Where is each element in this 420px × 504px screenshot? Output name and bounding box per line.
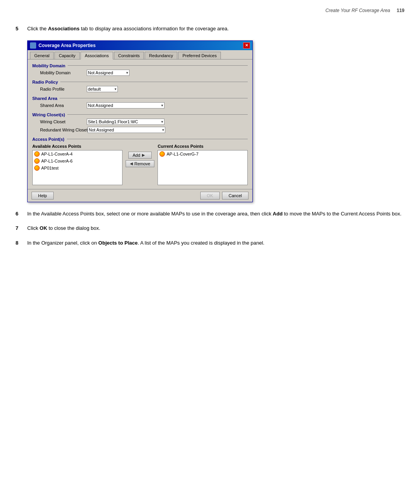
dialog-close-button[interactable]: ✕ <box>243 42 250 49</box>
ok-button[interactable]: OK <box>200 192 220 200</box>
ap-icon <box>34 158 40 164</box>
wiring-closets-title: Wiring Closet(s) <box>32 112 248 117</box>
step-5-number: 5 <box>16 25 27 33</box>
add-arrow-icon: ▶ <box>142 153 145 157</box>
step-8-number: 8 <box>16 239 27 247</box>
step-5-text: Click the Associations tab to display ar… <box>27 25 404 33</box>
ap-icon <box>34 151 40 157</box>
radio-policy-row: Radio Profile default <box>32 86 248 92</box>
shared-area-title: Shared Area <box>32 96 248 101</box>
available-ap-header: Available Access Points <box>32 144 122 149</box>
ap-item-name: AP-L1-CoverG-7 <box>166 152 198 156</box>
ap-item-name: AP01test <box>41 166 59 170</box>
mobility-domain-select-wrapper: Not Assigned <box>87 70 130 76</box>
redundant-wiring-closet-label: Redundant Wiring Closet <box>40 128 88 132</box>
radio-policy-section: Radio Policy Radio Profile default <box>32 80 248 92</box>
redundant-wiring-closet-select[interactable]: Not Assigned <box>88 127 165 133</box>
ap-item-name: AP-L1-CoverA-6 <box>41 159 73 163</box>
radio-profile-label: Radio Profile <box>40 87 87 91</box>
tab-general[interactable]: General <box>30 52 54 59</box>
list-item[interactable]: AP-L1-CoverG-7 <box>158 150 247 158</box>
step-7-number: 7 <box>16 224 27 232</box>
wiring-closet-label: Wiring Closet <box>40 119 87 124</box>
remove-arrow-icon: ◀ <box>130 161 133 166</box>
step-8-text: In the Organizer panel, click on Objects… <box>27 239 404 247</box>
current-ap-panel: Current Access Points AP-L1-CoverG-7 <box>158 144 248 185</box>
footer-right-buttons: OK Cancel <box>200 192 248 200</box>
dialog-wrapper: Coverage Area Properties ✕ General Capac… <box>27 40 404 202</box>
list-item[interactable]: AP-L1-CoverA-6 <box>33 158 122 164</box>
dialog-title-text: Coverage Area Properties <box>38 43 96 48</box>
coverage-area-properties-dialog: Coverage Area Properties ✕ General Capac… <box>27 40 253 202</box>
wiring-closets-section: Wiring Closet(s) Wiring Closet Site1:Bui… <box>32 112 248 133</box>
tab-associations[interactable]: Associations <box>80 52 113 60</box>
dialog-icon <box>30 42 36 49</box>
tab-redundancy[interactable]: Redundancy <box>145 52 177 59</box>
remove-button[interactable]: ◀ Remove <box>126 160 155 167</box>
ap-icon <box>159 151 165 157</box>
step-5-bold: Associations <box>48 26 79 32</box>
step-7-text: Click OK to close the dialog box. <box>27 224 404 232</box>
ap-icon <box>34 165 40 171</box>
current-ap-listbox[interactable]: AP-L1-CoverG-7 <box>158 150 248 185</box>
access-points-title: Access Point(s) <box>32 137 248 142</box>
list-item[interactable]: AP-L1-CoverA-4 <box>33 150 122 158</box>
mobility-domain-select[interactable]: Not Assigned <box>87 70 130 76</box>
dialog-title-group: Coverage Area Properties <box>30 42 96 49</box>
current-ap-header: Current Access Points <box>158 144 248 149</box>
list-item[interactable]: AP01test <box>33 164 122 172</box>
cancel-button[interactable]: Cancel <box>222 192 248 200</box>
step-7-bold: OK <box>40 225 47 231</box>
add-button-label: Add <box>133 153 140 158</box>
step-6: 6 In the Available Access Points box, se… <box>16 210 404 218</box>
page-header: Create Your RF Coverage Area 119 <box>16 8 404 13</box>
page-header-text: Create Your RF Coverage Area <box>326 8 390 13</box>
step-8: 8 In the Organizer panel, click on Objec… <box>16 239 404 247</box>
dialog-titlebar: Coverage Area Properties ✕ <box>28 41 252 50</box>
ap-lists-container: Available Access Points AP-L1-CoverA-4 A… <box>32 144 248 185</box>
shared-area-row: Shared Area Not Assigned <box>32 102 248 108</box>
dialog-body: Mobility Domain Mobility Domain Not Assi… <box>28 60 252 189</box>
ap-item-name: AP-L1-CoverA-4 <box>41 152 73 156</box>
ap-buttons-panel: Add ▶ ◀ Remove <box>122 152 158 167</box>
wiring-closet-select[interactable]: Site1:Building1:Floor1:WC <box>87 119 164 125</box>
step-5: 5 Click the Associations tab to display … <box>16 25 404 33</box>
mobility-domain-row: Mobility Domain Not Assigned <box>32 70 248 76</box>
step-6-text: In the Available Access Points box, sele… <box>27 210 404 218</box>
dialog-footer: Help OK Cancel <box>28 189 252 202</box>
tab-constraints[interactable]: Constraints <box>114 52 144 59</box>
shared-area-section: Shared Area Shared Area Not Assigned <box>32 96 248 108</box>
redundant-wiring-closet-row: Redundant Wiring Closet Not Assigned <box>32 127 248 133</box>
shared-area-label: Shared Area <box>40 103 87 108</box>
help-button[interactable]: Help <box>32 192 54 200</box>
mobility-domain-label: Mobility Domain <box>40 70 87 75</box>
mobility-domain-section: Mobility Domain Mobility Domain Not Assi… <box>32 63 248 76</box>
shared-area-select-wrapper: Not Assigned <box>87 102 164 108</box>
wiring-closet-row: Wiring Closet Site1:Building1:Floor1:WC <box>32 119 248 125</box>
radio-profile-select-wrapper: default <box>87 86 118 92</box>
tab-capacity[interactable]: Capacity <box>54 52 80 59</box>
wiring-closet-select-wrapper: Site1:Building1:Floor1:WC <box>87 119 164 125</box>
tabs-bar: General Capacity Associations Constraint… <box>28 50 252 60</box>
step-8-bold: Objects to Place <box>98 240 138 246</box>
page-number: 119 <box>397 8 404 13</box>
add-button[interactable]: Add ▶ <box>128 152 152 159</box>
mobility-domain-title: Mobility Domain <box>32 63 248 68</box>
step-7: 7 Click OK to close the dialog box. <box>16 224 404 232</box>
access-points-section: Access Point(s) Available Access Points … <box>32 137 248 185</box>
step-6-number: 6 <box>16 210 27 218</box>
step-6-bold: Add <box>273 211 282 217</box>
redundant-wiring-closet-select-wrapper: Not Assigned <box>88 127 165 133</box>
shared-area-select[interactable]: Not Assigned <box>87 102 164 108</box>
available-ap-panel: Available Access Points AP-L1-CoverA-4 A… <box>32 144 122 185</box>
radio-policy-title: Radio Policy <box>32 80 248 84</box>
remove-button-label: Remove <box>135 161 150 166</box>
available-ap-listbox[interactable]: AP-L1-CoverA-4 AP-L1-CoverA-6 AP01test <box>32 150 122 185</box>
tab-preferred-devices[interactable]: Preferred Devices <box>178 52 221 59</box>
radio-profile-select[interactable]: default <box>87 86 118 92</box>
